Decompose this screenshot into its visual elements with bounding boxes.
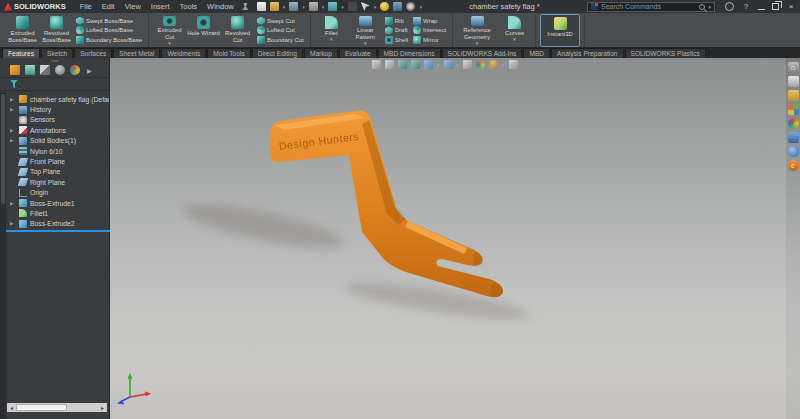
print-icon[interactable]: [309, 2, 318, 11]
expand-icon[interactable]: ▶: [10, 107, 16, 112]
custom-properties-icon[interactable]: [788, 132, 799, 143]
tab-markup[interactable]: Markup: [304, 48, 338, 58]
part-model[interactable]: Design Hunters: [110, 58, 800, 419]
tab-mbd-dimensions[interactable]: MBD Dimensions: [378, 48, 441, 58]
tab-mold-tools[interactable]: Mold Tools: [207, 48, 250, 58]
menu-window[interactable]: Window: [203, 2, 238, 11]
fillet-button[interactable]: Fillet▾: [315, 14, 348, 47]
expand-icon[interactable]: ▶: [10, 138, 16, 143]
tab-solidworks-addins[interactable]: SOLIDWORKS Add-Ins: [442, 48, 523, 58]
scroll-thumb[interactable]: [16, 404, 67, 411]
tab-analysis-preparation[interactable]: Analysis Preparation: [551, 48, 623, 58]
tab-solidworks-plastics[interactable]: SOLIDWORKS Plastics: [625, 48, 706, 58]
tree-item-origin[interactable]: Origin: [10, 188, 109, 198]
tree-root[interactable]: ▶chamber safety flag (Default<<Default: [10, 94, 109, 104]
curves-button[interactable]: Curves▾: [498, 14, 531, 47]
rebuild-icon[interactable]: [393, 2, 402, 11]
dropdown-icon[interactable]: ▾: [168, 41, 171, 47]
search-icon[interactable]: [699, 4, 705, 10]
dimxpert-manager-tab-icon[interactable]: [55, 65, 65, 75]
tree-item-top-plane[interactable]: Top Plane: [10, 167, 109, 177]
tree-vertical-scrollbar[interactable]: [0, 92, 6, 419]
tree-item-right-plane[interactable]: Right Plane: [10, 177, 109, 187]
expand-icon[interactable]: ▶: [10, 201, 16, 206]
shell-button[interactable]: Shell: [385, 36, 408, 44]
draft-button[interactable]: Draft: [385, 26, 408, 34]
expand-icon[interactable]: ▶: [10, 221, 16, 226]
menu-file[interactable]: File: [76, 2, 96, 11]
tab-mbd[interactable]: MBD: [523, 48, 550, 58]
boundary-boss-base-button[interactable]: Boundary Boss/Base: [76, 36, 142, 44]
tab-weldments[interactable]: Weldments: [161, 48, 206, 58]
intersect-button[interactable]: Intersect: [413, 26, 446, 34]
tree-item-sensors[interactable]: Sensors: [10, 115, 109, 125]
select-cursor-icon[interactable]: [361, 2, 370, 11]
tab-features[interactable]: Features: [2, 48, 40, 58]
rib-button[interactable]: Rib: [385, 17, 408, 25]
expand-icon[interactable]: ▶: [10, 97, 16, 102]
search-dropdown-icon[interactable]: ▾: [708, 4, 711, 10]
tree-item-fillet1[interactable]: Fillet1: [10, 208, 109, 218]
boundary-cut-button[interactable]: Boundary Cut: [257, 36, 304, 44]
property-manager-tab-icon[interactable]: [25, 65, 35, 75]
close-icon[interactable]: ×: [786, 2, 796, 12]
menu-edit[interactable]: Edit: [98, 2, 119, 11]
options-gear-icon[interactable]: [406, 2, 415, 11]
tree-item-boss-extrude2[interactable]: ▶Boss-Extrude2: [10, 219, 109, 229]
scroll-right-icon[interactable]: ▸: [98, 404, 107, 411]
scroll-left-icon[interactable]: ◂: [7, 404, 16, 411]
file-explorer-icon[interactable]: [788, 90, 799, 101]
tree-horizontal-scrollbar[interactable]: ◂ ▸: [7, 403, 107, 412]
open-dropdown-icon[interactable]: ▾: [283, 4, 286, 10]
menu-view[interactable]: View: [121, 2, 145, 11]
print-dropdown-icon[interactable]: ▾: [322, 4, 325, 10]
help-icon[interactable]: ?: [741, 2, 751, 12]
revolved-boss-base-button[interactable]: Revolved Boss/Base: [40, 14, 73, 47]
open-file-icon[interactable]: [270, 2, 279, 11]
options-dropdown-icon[interactable]: ▾: [419, 4, 422, 10]
menu-insert[interactable]: Insert: [147, 2, 174, 11]
expand-icon[interactable]: ▶: [10, 128, 16, 133]
menu-tools[interactable]: Tools: [176, 2, 202, 11]
tree-item-material[interactable]: Nylon 6/10: [10, 146, 109, 156]
graphics-viewport[interactable]: ▾ ▾ ▾: [110, 58, 800, 419]
dropdown-icon[interactable]: ▾: [330, 37, 333, 43]
redo-icon[interactable]: [348, 2, 357, 11]
swept-boss-base-button[interactable]: Swept Boss/Base: [76, 17, 142, 25]
tab-sheet-metal[interactable]: Sheet Metal: [113, 48, 160, 58]
tree-item-boss-extrude1[interactable]: ▶Boss-Extrude1: [10, 198, 109, 208]
tab-surfaces[interactable]: Surfaces: [74, 48, 112, 58]
solidworks-forum-icon[interactable]: [788, 146, 799, 157]
minimize-icon[interactable]: [758, 4, 765, 10]
mirror-button[interactable]: Mirror: [413, 36, 446, 44]
solidworks-resources-icon[interactable]: ⌂: [788, 62, 799, 73]
save-icon[interactable]: [289, 2, 298, 11]
extruded-boss-base-button[interactable]: Extruded Boss/Base: [6, 14, 39, 47]
user-account-icon[interactable]: [725, 2, 734, 11]
wrap-button[interactable]: Wrap: [413, 17, 446, 25]
new-file-icon[interactable]: [257, 2, 266, 11]
panel-tabs-overflow-icon[interactable]: ▶: [87, 67, 92, 74]
lofted-cut-button[interactable]: Lofted Cut: [257, 26, 304, 34]
tab-evaluate[interactable]: Evaluate: [339, 48, 377, 58]
revolved-cut-button[interactable]: Revolved Cut: [221, 14, 254, 47]
search-input[interactable]: Search Commands: [601, 3, 696, 10]
restore-icon[interactable]: [772, 3, 779, 10]
feature-tree-tab-icon[interactable]: [10, 65, 20, 75]
swept-cut-button[interactable]: Swept Cut: [257, 17, 304, 25]
linear-pattern-button[interactable]: Linear Pattern▾: [349, 14, 382, 47]
dropdown-icon[interactable]: ▾: [364, 41, 367, 47]
configuration-manager-tab-icon[interactable]: [40, 65, 50, 75]
scroll-thumb[interactable]: [1, 94, 5, 204]
display-manager-tab-icon[interactable]: [70, 65, 80, 75]
instant3d-button[interactable]: Instant3D: [540, 14, 580, 47]
hole-wizard-button[interactable]: Hole Wizard: [187, 14, 220, 47]
3dexperience-icon[interactable]: c: [788, 160, 799, 171]
sketch-ink-icon[interactable]: [380, 2, 389, 11]
tree-item-annotations[interactable]: ▶Annotations: [10, 125, 109, 135]
pin-menu-icon[interactable]: [242, 3, 249, 10]
scroll-track[interactable]: [16, 403, 98, 412]
filter-funnel-icon[interactable]: [10, 80, 18, 89]
view-palette-icon[interactable]: [788, 104, 799, 115]
save-dropdown-icon[interactable]: ▾: [302, 4, 305, 10]
